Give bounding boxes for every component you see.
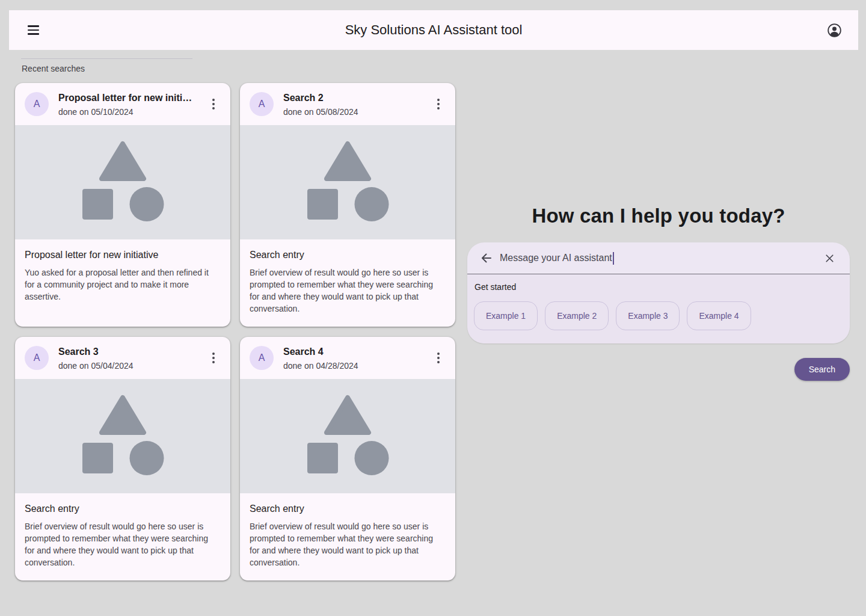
app-bar: Sky Solutions AI Assistant tool <box>9 10 858 50</box>
card-body: Search entry Brief overview of result wo… <box>240 493 455 581</box>
card-body: Proposal letter for new initiative Yuo a… <box>15 239 230 315</box>
card-title: Search 2 <box>283 91 419 105</box>
card-header: A Proposal letter for new initiati... do… <box>15 83 230 125</box>
assistant-search-box: Message your AI assistant Get started Ex… <box>467 242 850 343</box>
card-title: Search 4 <box>283 345 419 359</box>
entry-title: Search entry <box>250 250 444 260</box>
avatar: A <box>250 346 274 370</box>
get-started-section: Get started Example 1 Example 2 Example … <box>467 274 850 343</box>
main-content: Recent searches A Proposal letter for ne… <box>0 50 866 581</box>
pane-divider <box>21 58 192 59</box>
search-field[interactable]: Message your AI assistant <box>467 242 850 274</box>
example-chip-2[interactable]: Example 2 <box>545 301 609 330</box>
example-chip-1[interactable]: Example 1 <box>474 301 538 330</box>
kebab-menu-icon[interactable] <box>204 346 223 370</box>
kebab-menu-icon[interactable] <box>429 346 448 370</box>
card-header: A Search 3 done on 05/04/2024 <box>15 337 230 379</box>
text-caret <box>613 252 614 265</box>
image-placeholder-shapes <box>15 379 230 493</box>
recent-search-card-3[interactable]: A Search 3 done on 05/04/2024 Search <box>15 337 230 581</box>
entry-title: Proposal letter for new initiative <box>25 250 220 260</box>
card-header: A Search 2 done on 05/08/2024 <box>240 83 455 125</box>
assistant-pane: How can I help you today? Message your A… <box>467 50 850 381</box>
avatar: A <box>250 92 274 116</box>
recent-search-card-2[interactable]: A Search 2 done on 05/08/2024 Search <box>240 83 455 327</box>
recent-searches-grid: A Proposal letter for new initiati... do… <box>15 83 456 581</box>
close-icon[interactable] <box>817 246 841 270</box>
card-header: A Search 4 done on 04/28/2024 <box>240 337 455 379</box>
card-date: done on 05/10/2024 <box>58 107 194 117</box>
recent-search-card-1[interactable]: A Proposal letter for new initiati... do… <box>15 83 230 327</box>
card-titles: Proposal letter for new initiati... done… <box>58 91 194 117</box>
entry-body: Brief overview of result would go here s… <box>250 266 444 315</box>
message-input[interactable]: Message your AI assistant <box>500 252 817 265</box>
image-placeholder-shapes <box>240 379 455 493</box>
account-circle-icon[interactable] <box>822 18 846 42</box>
card-body: Search entry Brief overview of result wo… <box>240 239 455 327</box>
input-text: Message your AI assistant <box>500 253 612 263</box>
recent-searches-pane: Recent searches A Proposal letter for ne… <box>15 50 456 581</box>
kebab-menu-icon[interactable] <box>429 92 448 116</box>
image-placeholder-shapes <box>15 125 230 239</box>
menu-icon[interactable] <box>21 18 45 42</box>
entry-body: Brief overview of result would go here s… <box>250 520 444 568</box>
search-button[interactable]: Search <box>794 358 850 381</box>
card-titles: Search 2 done on 05/08/2024 <box>283 91 419 117</box>
avatar: A <box>25 346 49 370</box>
entry-body: Brief overview of result would go here s… <box>25 520 220 568</box>
back-arrow-icon[interactable] <box>474 246 499 270</box>
card-title: Proposal letter for new initiati... <box>58 91 194 105</box>
avatar: A <box>25 92 49 116</box>
card-titles: Search 4 done on 04/28/2024 <box>283 345 419 371</box>
entry-body: Yuo asked for a proposal letter and then… <box>25 266 220 303</box>
kebab-menu-icon[interactable] <box>204 92 223 116</box>
card-date: done on 05/08/2024 <box>283 107 419 117</box>
example-chip-3[interactable]: Example 3 <box>616 301 680 330</box>
image-placeholder-shapes <box>240 125 455 239</box>
entry-title: Search entry <box>25 504 220 514</box>
recent-searches-label: Recent searches <box>22 64 456 73</box>
recent-search-card-4[interactable]: A Search 4 done on 04/28/2024 Search <box>240 337 455 581</box>
card-title: Search 3 <box>58 345 194 359</box>
card-titles: Search 3 done on 05/04/2024 <box>58 345 194 371</box>
card-date: done on 04/28/2024 <box>283 361 419 371</box>
card-body: Search entry Brief overview of result wo… <box>15 493 230 581</box>
app-title: Sky Solutions AI Assistant tool <box>345 22 523 38</box>
entry-title: Search entry <box>250 504 444 514</box>
example-chip-4[interactable]: Example 4 <box>687 301 751 330</box>
example-chips: Example 1 Example 2 Example 3 Example 4 <box>474 301 840 330</box>
assistant-heading: How can I help you today? <box>532 205 785 227</box>
get-started-label: Get started <box>474 282 840 292</box>
card-date: done on 05/04/2024 <box>58 361 194 371</box>
